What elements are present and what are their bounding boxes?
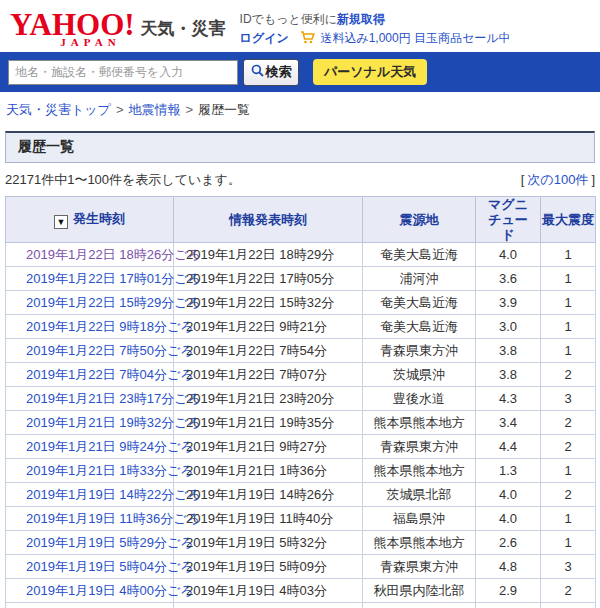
- max-intensity-cell: 1: [541, 243, 596, 267]
- table-row: 2019年1月21日 23時17分ごろ2019年1月21日 23時20分豊後水道…: [6, 387, 596, 411]
- table-row: 2019年1月22日 15時29分ごろ2019年1月22日 15時32分奄美大島…: [6, 291, 596, 315]
- header-time-label: 発生時刻: [73, 211, 125, 226]
- epicenter-cell: 熊本県熊本地方: [363, 459, 476, 483]
- quake-time-link[interactable]: 2019年1月22日 18時26分ごろ: [26, 247, 201, 262]
- max-intensity-cell: 1: [541, 267, 596, 291]
- max-intensity-cell: 2: [541, 411, 596, 435]
- quake-time-cell: 2019年1月19日 11時36分ごろ: [6, 507, 174, 531]
- quake-time-link[interactable]: 2019年1月21日 23時17分ごろ: [26, 391, 201, 406]
- breadcrumb-item[interactable]: 天気・災害トップ: [6, 102, 111, 117]
- magnitude-cell: 5.3: [476, 603, 541, 608]
- quake-time-cell: 2019年1月19日 4時00分ごろ: [6, 579, 174, 603]
- epicenter-cell: 青森県東方沖: [363, 339, 476, 363]
- announce-time-cell: 2019年1月21日 1時36分: [174, 459, 363, 483]
- max-intensity-cell: 1: [541, 531, 596, 555]
- quake-time-link[interactable]: 2019年1月22日 9時18分ごろ: [26, 319, 194, 334]
- table-row: 2019年1月22日 7時50分ごろ2019年1月22日 7時54分青森県東方沖…: [6, 339, 596, 363]
- header-announce-label: 情報発表時刻: [229, 212, 307, 227]
- quake-time-link[interactable]: 2019年1月21日 1時33分ごろ: [26, 463, 194, 478]
- register-link[interactable]: 新規取得: [337, 12, 385, 26]
- magnitude-cell: 3.4: [476, 411, 541, 435]
- epicenter-cell: 奄美大島近海: [363, 315, 476, 339]
- quake-time-link[interactable]: 2019年1月21日 19時32分ごろ: [26, 415, 201, 430]
- magnitude-cell: 4.0: [476, 243, 541, 267]
- table-row: 2019年1月22日 9時18分ごろ2019年1月22日 9時21分奄美大島近海…: [6, 315, 596, 339]
- epicenter-cell: 青森県東方沖: [363, 435, 476, 459]
- magnitude-cell: 4.8: [476, 555, 541, 579]
- header-magnitude-label: マグニチュード: [486, 197, 530, 242]
- header-magnitude: マグニチュード: [476, 197, 541, 243]
- magnitude-cell: 4.3: [476, 387, 541, 411]
- sort-desc-icon[interactable]: ▼: [54, 215, 68, 229]
- table-header-row: ▼発生時刻 情報発表時刻 震源地 マグニチュード 最大震度: [6, 197, 596, 243]
- epicenter-cell: 奄美大島近海: [363, 291, 476, 315]
- breadcrumb-item[interactable]: 地震情報: [129, 102, 181, 117]
- page-root: YAHOO! JAPAN 天気・災害 IDでもっと便利に新規取得 ログイン 送料…: [0, 0, 600, 608]
- breadcrumb-separator: >: [186, 102, 194, 117]
- header-time: ▼発生時刻: [6, 197, 174, 243]
- quake-time-link[interactable]: 2019年1月19日 5時04分ごろ: [26, 559, 194, 574]
- login-line: ログイン 送料込み1,000円 目玉商品セール中: [240, 29, 511, 50]
- header-intensity-label: 最大震度: [542, 212, 594, 227]
- search-input[interactable]: [8, 60, 238, 85]
- magnitude-cell: 3.6: [476, 267, 541, 291]
- magnitude-cell: 3.8: [476, 363, 541, 387]
- quake-time-cell: 2019年1月19日 14時22分ごろ: [6, 483, 174, 507]
- epicenter-cell: 奄美大島近海: [363, 243, 476, 267]
- announce-time-cell: 2019年1月22日 17時05分: [174, 267, 363, 291]
- pager-close-bracket: ]: [591, 172, 595, 187]
- max-intensity-cell: 2: [541, 435, 596, 459]
- epicenter-cell: 福島県沖: [363, 507, 476, 531]
- search-button[interactable]: 検索: [243, 59, 299, 86]
- yahoo-japan-logo[interactable]: YAHOO! JAPAN: [10, 9, 135, 48]
- quake-time-cell: 2019年1月22日 7時50分ごろ: [6, 339, 174, 363]
- breadcrumb-item: 履歴一覧: [198, 102, 250, 117]
- quake-time-link[interactable]: 2019年1月22日 7時50分ごろ: [26, 343, 194, 358]
- quake-time-link[interactable]: 2019年1月19日 4時00分ごろ: [26, 583, 194, 598]
- epicenter-cell: 浦河沖: [363, 267, 476, 291]
- quake-time-link[interactable]: 2019年1月22日 7時04分ごろ: [26, 367, 194, 382]
- quake-time-link[interactable]: 2019年1月19日 11時36分ごろ: [26, 511, 200, 526]
- quake-time-cell: 2019年1月21日 19時32分ごろ: [6, 411, 174, 435]
- announce-time-cell: 2019年1月22日 15時32分: [174, 291, 363, 315]
- table-row: 2019年1月21日 1時33分ごろ2019年1月21日 1時36分熊本県熊本地…: [6, 459, 596, 483]
- quake-time-cell: 2019年1月22日 17時01分ごろ: [6, 267, 174, 291]
- quake-history-table: ▼発生時刻 情報発表時刻 震源地 マグニチュード 最大震度 2019年1月22日…: [5, 196, 596, 608]
- announce-time-cell: 2019年1月22日 7時07分: [174, 363, 363, 387]
- service-title: 天気・災害: [141, 17, 226, 40]
- announce-time-cell: 2019年1月19日 5時32分: [174, 531, 363, 555]
- quake-time-link[interactable]: 2019年1月22日 17時01分ごろ: [26, 271, 201, 286]
- search-band: 検索 パーソナル天気: [0, 52, 600, 92]
- shopping-promo-link[interactable]: 送料込み1,000円 目玉商品セール中: [320, 31, 510, 45]
- id-promo-line: IDでもっと便利に新規取得: [240, 10, 511, 29]
- announce-time-cell: 2019年1月21日 23時20分: [174, 387, 363, 411]
- table-row: 2019年1月19日 5時29分ごろ2019年1月19日 5時32分熊本県熊本地…: [6, 531, 596, 555]
- quake-time-link[interactable]: 2019年1月22日 15時29分ごろ: [26, 295, 201, 310]
- magnitude-cell: 4.4: [476, 435, 541, 459]
- table-row: 2019年1月21日 9時24分ごろ2019年1月21日 9時27分青森県東方沖…: [6, 435, 596, 459]
- quake-time-cell: 2019年1月19日 5時04分ごろ: [6, 555, 174, 579]
- quake-time-link[interactable]: 2019年1月19日 14時22分ごろ: [26, 487, 201, 502]
- table-row: 2019年1月22日 18時26分ごろ2019年1月22日 18時29分奄美大島…: [6, 243, 596, 267]
- magnitude-cell: 3.9: [476, 291, 541, 315]
- cart-icon: [300, 31, 315, 50]
- header-epicenter: 震源地: [363, 197, 476, 243]
- announce-time-cell: 2019年1月19日 14時26分: [174, 483, 363, 507]
- quake-time-link[interactable]: 2019年1月21日 9時24分ごろ: [26, 439, 194, 454]
- site-header: YAHOO! JAPAN 天気・災害 IDでもっと便利に新規取得 ログイン 送料…: [0, 0, 600, 52]
- login-link[interactable]: ログイン: [240, 31, 289, 45]
- quake-time-cell: 2019年1月22日 7時04分ごろ: [6, 363, 174, 387]
- table-row: 2019年1月19日 4時00分ごろ2019年1月19日 4時03分秋田県内陸北…: [6, 579, 596, 603]
- quake-time-link[interactable]: 2019年1月19日 5時29分ごろ: [26, 535, 194, 550]
- announce-time-cell: 2019年1月21日 9時27分: [174, 435, 363, 459]
- max-intensity-cell: 3: [541, 555, 596, 579]
- magnitude-cell: 4.0: [476, 507, 541, 531]
- quake-time-cell: 2019年1月22日 9時18分ごろ: [6, 315, 174, 339]
- personal-weather-button[interactable]: パーソナル天気: [313, 59, 427, 85]
- quake-time-cell: 2019年1月21日 1時33分ごろ: [6, 459, 174, 483]
- next-100-link[interactable]: 次の100件: [527, 172, 588, 187]
- page-title: 履歴一覧: [5, 131, 595, 163]
- table-row: 2019年1月19日 14時22分ごろ2019年1月19日 14時26分茨城県北…: [6, 483, 596, 507]
- epicenter-cell: 熊本県熊本地方: [363, 411, 476, 435]
- epicenter-cell: 青森県東方沖: [363, 555, 476, 579]
